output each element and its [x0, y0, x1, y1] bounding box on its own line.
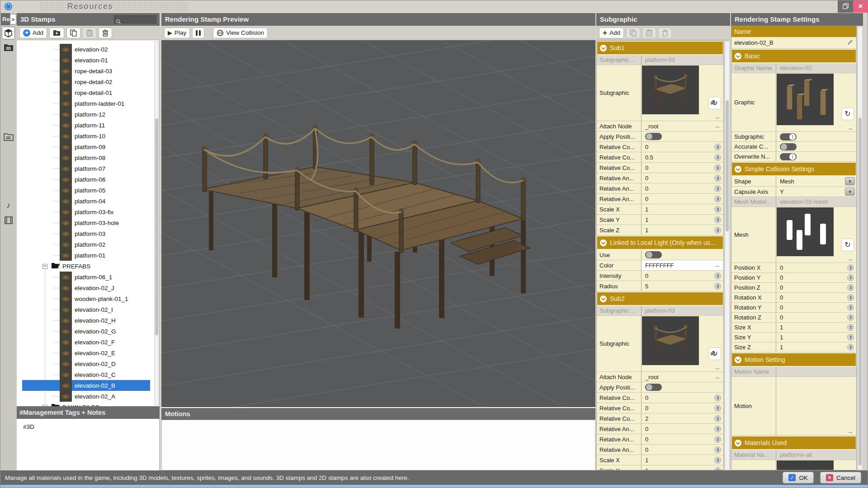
property-row[interactable]: Scale Y 1 → ▾: [597, 465, 723, 470]
tree-item[interactable]: platform-06: [17, 174, 159, 185]
cancel-button[interactable]: × Cancel: [820, 472, 861, 483]
property-row[interactable]: Subgraphic → ▾: [731, 132, 856, 142]
subgraphic-scrollbar-thumb[interactable]: [726, 100, 729, 231]
graphic-row[interactable]: Graphic: [731, 73, 856, 132]
property-row[interactable]: Color FFFFFFFF → ▾: [597, 260, 723, 271]
toggle-switch[interactable]: [780, 133, 797, 141]
stepper-icon[interactable]: [714, 196, 721, 202]
dropdown-button[interactable]: ▾: [845, 177, 855, 185]
expand-tree-button[interactable]: >: [10, 14, 16, 24]
paste-stamp-button[interactable]: [83, 28, 96, 38]
property-row[interactable]: Rotation Y 0 → ▾: [731, 303, 856, 313]
add-subgraphic-button[interactable]: + Add: [599, 28, 624, 38]
dropdown-button[interactable]: ▾: [845, 188, 855, 196]
property-row[interactable]: Relative An... 0 → ▾: [597, 445, 723, 455]
change-3d-model-icon[interactable]: 3D↻: [709, 97, 721, 109]
stepper-icon[interactable]: [847, 304, 854, 311]
restore-window-button[interactable]: [838, 0, 853, 13]
close-window-button[interactable]: ×: [853, 0, 868, 13]
title-bar[interactable]: Resources ×: [0, 0, 868, 13]
property-row[interactable]: Position Y 0 → ▾: [731, 273, 856, 283]
stepper-icon[interactable]: [847, 324, 854, 331]
toggle-switch[interactable]: [645, 251, 662, 258]
arrow-icon[interactable]: →: [713, 365, 721, 371]
copy-stamp-button[interactable]: [66, 28, 80, 38]
property-row[interactable]: Relative An... 0 → ▾: [597, 173, 723, 183]
property-row[interactable]: Accurate C... → ▾: [731, 142, 856, 152]
stepper-icon[interactable]: [714, 283, 721, 290]
property-row[interactable]: Apply Positi... → ▾: [597, 131, 723, 142]
stepper-icon[interactable]: [714, 467, 721, 471]
property-row[interactable]: Radius 5 → ▾: [597, 281, 723, 291]
category-sounds-button[interactable]: ♪: [2, 199, 15, 212]
stepper-icon[interactable]: [847, 264, 854, 271]
stepper-icon[interactable]: [714, 164, 721, 171]
arrow-icon[interactable]: →: [713, 374, 721, 380]
section-header-basic[interactable]: Basic: [732, 50, 856, 62]
tree-item[interactable]: elevation-02_A: [17, 391, 159, 402]
tree-item[interactable]: platform-01: [17, 250, 159, 261]
tree-item[interactable]: rope-detail-02: [17, 76, 159, 87]
property-row[interactable]: Relative Co... 0 → ▾: [597, 163, 723, 173]
section-header-collision[interactable]: Simple Collision Settings: [732, 163, 856, 175]
tree-item[interactable]: platform-08: [17, 152, 159, 163]
change-model-icon[interactable]: ↻: [842, 108, 854, 120]
toggle-switch[interactable]: [780, 143, 797, 150]
tree-scrollbar[interactable]: [154, 41, 159, 405]
stepper-icon[interactable]: [847, 294, 854, 301]
tree-item[interactable]: wooden-plank-01_1: [17, 293, 159, 304]
tree-item[interactable]: elevation-02_B: [17, 380, 159, 391]
tree-item[interactable]: elevation-02_E: [17, 347, 159, 358]
property-row[interactable]: Apply Positi... → ▾: [597, 382, 723, 393]
property-row[interactable]: Capsule Axis Y → ▾: [731, 187, 856, 197]
tree-item[interactable]: elevation-02_G: [17, 326, 159, 337]
section-header-materials[interactable]: Materials Used: [732, 436, 856, 449]
tree-item[interactable]: platform-12: [17, 109, 159, 120]
stepper-icon[interactable]: [714, 206, 721, 213]
tree-item[interactable]: elevation-01: [17, 55, 159, 66]
pause-button[interactable]: [192, 28, 204, 38]
property-row[interactable]: Relative Co... 0 → ▾: [597, 142, 723, 152]
property-row[interactable]: Overwrite N... → ▾: [731, 152, 856, 162]
stepper-icon[interactable]: [714, 154, 721, 161]
arrow-icon[interactable]: →: [713, 114, 721, 120]
property-row[interactable]: Rotation Z 0 → ▾: [731, 313, 856, 323]
preview-viewport-3d[interactable]: [161, 40, 595, 407]
motion-row[interactable]: Motion →: [731, 377, 856, 436]
tree-item[interactable]: platform-02: [17, 239, 159, 250]
tree-item[interactable]: elevation-02_F: [17, 337, 159, 347]
stepper-icon[interactable]: [714, 436, 721, 443]
stepper-icon[interactable]: [714, 272, 721, 279]
add-stamp-button[interactable]: + Add: [19, 28, 47, 38]
property-row[interactable]: Size Y 1 → ▾: [731, 333, 856, 343]
arrow-icon[interactable]: →: [846, 256, 854, 262]
subgraphic-graphic-row[interactable]: Subgraphic 3D↻ →: [597, 316, 723, 372]
tree-item[interactable]: elevation-02_D: [17, 358, 159, 369]
tree-item[interactable]: BAKIN FILES: [17, 402, 159, 406]
ok-button[interactable]: ✓ OK: [783, 472, 814, 483]
tree-item[interactable]: platform-11: [17, 120, 159, 131]
stepper-icon[interactable]: [714, 175, 721, 182]
stepper-icon[interactable]: [714, 426, 721, 432]
property-row[interactable]: Size Z 1 → ▾: [731, 343, 856, 352]
section-header-local-light[interactable]: Linked to Local Light (Only when us...: [597, 236, 723, 249]
copy-subgraphic-button[interactable]: [626, 28, 640, 38]
section-header-sub1[interactable]: Sub1: [597, 42, 723, 54]
tree-item[interactable]: elevation-02_H: [17, 315, 159, 326]
material-row[interactable]: [731, 460, 856, 470]
stepper-icon[interactable]: [847, 334, 854, 341]
tree-item[interactable]: platform-07: [17, 163, 159, 174]
toggle-switch[interactable]: [645, 133, 662, 140]
expand-collapse-box[interactable]: [42, 264, 47, 269]
property-row[interactable]: Attach Node _root → ▾: [597, 121, 723, 131]
tree-item[interactable]: platform-10: [17, 131, 159, 141]
category-2d-images-button[interactable]: 2D: [2, 131, 15, 143]
tree-item[interactable]: platform-04: [17, 196, 159, 206]
tree-item[interactable]: platform-05: [17, 185, 159, 196]
stepper-icon[interactable]: [714, 415, 721, 422]
property-row[interactable]: Use → ▾: [597, 250, 723, 260]
stepper-icon[interactable]: [847, 344, 854, 351]
tree-item[interactable]: elevation-02: [17, 44, 159, 55]
category-movies-button[interactable]: [2, 214, 15, 226]
tree-item[interactable]: elevation-02_J: [17, 282, 159, 293]
